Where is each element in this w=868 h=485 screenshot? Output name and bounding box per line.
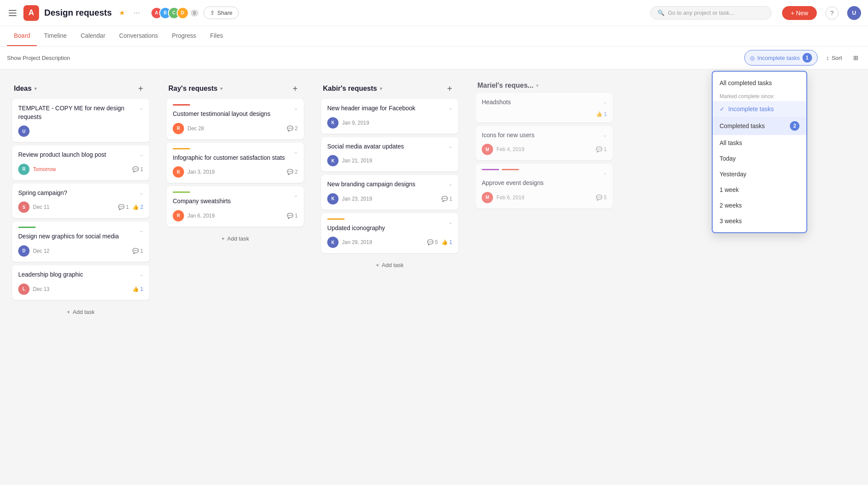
dropdown-item-completed[interactable]: Completed tasks 2	[713, 117, 806, 135]
comment-count: 💬 2	[287, 125, 298, 132]
card-footer: K Jan 9, 2019	[327, 117, 452, 129]
card-avatar: D	[18, 245, 30, 257]
filter-button[interactable]: ◎ Incomplete tasks 1	[744, 50, 818, 66]
card-footer: S Dec 11 💬 1 👍 2	[18, 201, 143, 213]
card-footer: K Jan 23, 2019 💬 1	[327, 193, 452, 205]
dropdown-all-completed[interactable]: All completed tasks	[713, 75, 806, 91]
card-template[interactable]: ⌄ TEMPLATE - COPY ME for new design requ…	[12, 99, 149, 142]
card-meta: 👍 1	[596, 111, 607, 117]
expand-icon[interactable]: ⌄	[448, 142, 453, 149]
tab-files[interactable]: Files	[203, 26, 230, 46]
column-title-mariels[interactable]: Mariel's reques... ▾	[477, 82, 539, 89]
show-description-link[interactable]: Show Project Description	[7, 55, 70, 61]
nav-tabs: Board Timeline Calendar Conversations Pr…	[0, 26, 868, 46]
card-social-avatar[interactable]: ⌄ Social media avatar updates K Jan 21, …	[321, 137, 458, 172]
star-icon[interactable]: ★	[119, 9, 125, 17]
card-avatar: M	[482, 144, 493, 155]
card-review-product[interactable]: ⌄ Review product launch blog post R Tomo…	[12, 145, 149, 180]
add-task-button-rays[interactable]: +	[288, 82, 302, 96]
card-title: New branding campaign designs	[327, 180, 452, 189]
menu-icon[interactable]	[7, 8, 18, 18]
expand-icon[interactable]: ⌄	[448, 218, 453, 225]
column-header-rays: Ray's requests ▾ +	[161, 76, 309, 99]
column-title-kabirs[interactable]: Kabir's requests ▾	[323, 85, 382, 92]
dropdown-item-2weeks[interactable]: 2 weeks	[713, 198, 806, 213]
card-avatar: M	[482, 192, 493, 203]
user-avatar[interactable]: U	[847, 6, 861, 20]
dropdown-item-yesterday[interactable]: Yesterday	[713, 166, 806, 182]
dropdown-item-incomplete[interactable]: ✓ Incomplete tasks	[713, 101, 806, 117]
more-options-icon[interactable]: ···	[130, 7, 144, 19]
card-icons-new-users[interactable]: ⌄ Icons for new users M Feb 4, 2019 💬 1	[476, 126, 613, 161]
dropdown-item-1week[interactable]: 1 week	[713, 182, 806, 198]
add-card-button-ideas[interactable]: + Add task	[14, 305, 148, 319]
card-design-graphics[interactable]: ⌄ Design new graphics for social media D…	[12, 221, 149, 262]
avatars-group: A B C D 9	[151, 7, 198, 19]
card-iconography[interactable]: ⌄ Updated iconography K Jan 29, 2019 💬 5…	[321, 213, 458, 254]
card-title: Leadership blog graphic	[18, 271, 143, 279]
card-avatar: K	[327, 117, 339, 129]
filter-badge: 1	[802, 53, 812, 63]
card-title: Icons for new users	[482, 131, 607, 140]
card-meta: 💬 2	[287, 169, 298, 175]
tab-board[interactable]: Board	[7, 26, 37, 46]
expand-icon[interactable]: ⌄	[139, 271, 144, 277]
column-title-rays[interactable]: Ray's requests ▾	[168, 85, 223, 92]
column-title-ideas[interactable]: Ideas ▾	[14, 85, 37, 92]
card-title: Infographic for customer satisfaction st…	[173, 154, 298, 162]
tab-progress[interactable]: Progress	[165, 26, 203, 46]
expand-icon[interactable]: ⌄	[293, 148, 299, 155]
card-approve-event[interactable]: ⌄ Approve event designs M Feb 6, 2019 💬 …	[476, 164, 613, 208]
comment-count: 💬 2	[287, 169, 298, 175]
add-task-button-kabirs[interactable]: +	[443, 82, 457, 96]
card-title: Company sweatshirts	[173, 197, 298, 206]
add-task-button-ideas[interactable]: +	[134, 82, 148, 96]
add-card-button-kabirs[interactable]: + Add task	[323, 258, 457, 272]
like-count: 👍 1	[132, 286, 143, 292]
expand-icon[interactable]: ⌄	[293, 104, 299, 111]
add-card-button-rays[interactable]: + Add task	[168, 232, 302, 245]
view-settings-button[interactable]: ⊞	[851, 52, 861, 64]
card-customer-testimonial[interactable]: ⌄ Customer testimonial layout designs R …	[167, 99, 304, 139]
comment-count: 💬 1	[132, 166, 143, 172]
card-meta: 💬 1	[132, 166, 143, 172]
help-button[interactable]: ?	[825, 7, 838, 20]
expand-icon[interactable]: ⌄	[293, 191, 299, 198]
card-branding-campaign[interactable]: ⌄ New branding campaign designs K Jan 23…	[321, 175, 458, 210]
expand-icon[interactable]: ⌄	[139, 189, 144, 196]
dropdown-item-today[interactable]: Today	[713, 151, 806, 166]
filter-icon: ◎	[750, 55, 755, 61]
card-header-image[interactable]: ⌄ New header image for Facebook K Jan 9,…	[321, 99, 458, 134]
search-bar[interactable]: 🔍 Go to any project or task...	[650, 6, 772, 20]
card-leadership-blog[interactable]: ⌄ Leadership blog graphic L Dec 13 👍 1	[12, 265, 149, 300]
share-icon: ⇧	[210, 10, 215, 16]
check-icon: ✓	[720, 106, 725, 112]
sort-button[interactable]: ↕ Sort	[821, 52, 847, 64]
dropdown-item-all[interactable]: All tasks	[713, 135, 806, 151]
card-avatar: L	[18, 284, 30, 295]
expand-icon[interactable]: ⌄	[602, 169, 608, 176]
new-button[interactable]: + New	[782, 6, 817, 20]
expand-icon[interactable]: ⌄	[602, 98, 608, 105]
tab-conversations[interactable]: Conversations	[112, 26, 165, 46]
tab-calendar[interactable]: Calendar	[74, 26, 112, 46]
expand-icon[interactable]: ⌄	[139, 151, 144, 158]
card-avatar: U	[18, 125, 30, 137]
dropdown-item-3weeks[interactable]: 3 weeks	[713, 213, 806, 229]
column-header-kabirs: Kabir's requests ▾ +	[316, 76, 464, 99]
card-date: Feb 4, 2019	[496, 146, 524, 152]
card-title: Design new graphics for social media	[18, 232, 143, 241]
color-bar	[173, 148, 190, 149]
card-infographic[interactable]: ⌄ Infographic for customer satisfaction …	[167, 143, 304, 183]
card-headshots[interactable]: ⌄ Headshots 👍 1	[476, 93, 613, 122]
expand-icon[interactable]: ⌄	[139, 227, 144, 234]
expand-icon[interactable]: ⌄	[448, 104, 453, 111]
expand-icon[interactable]: ⌄	[139, 104, 144, 111]
tab-timeline[interactable]: Timeline	[37, 26, 73, 46]
card-spring-campaign[interactable]: ⌄ Spring campaign? S Dec 11 💬 1 👍 2	[12, 184, 149, 218]
share-button[interactable]: ⇧ Share	[204, 7, 239, 19]
expand-icon[interactable]: ⌄	[448, 180, 453, 187]
card-meta: 💬 5 👍 1	[427, 239, 452, 245]
card-company-sweatshirts[interactable]: ⌄ Company sweatshirts R Jan 6, 2019 💬 1	[167, 186, 304, 227]
expand-icon[interactable]: ⌄	[602, 131, 608, 138]
